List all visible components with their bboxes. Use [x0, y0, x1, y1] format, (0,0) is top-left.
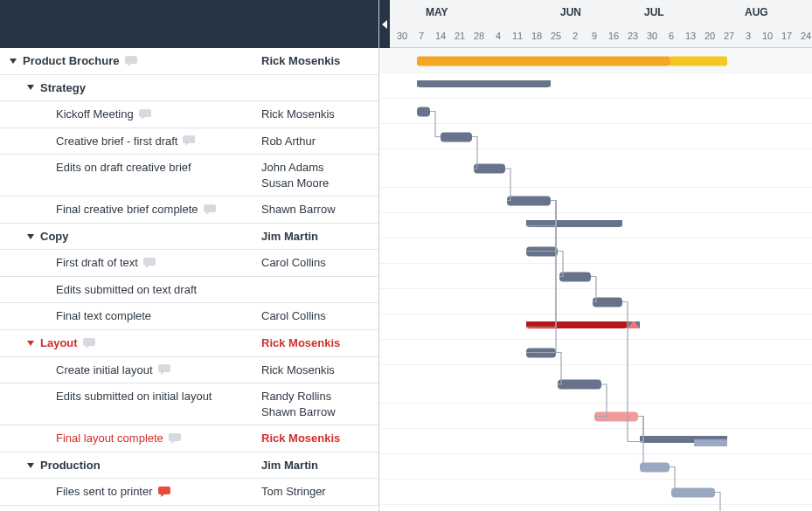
expand-icon[interactable] — [26, 340, 35, 347]
month-label: MAY — [426, 6, 448, 18]
task-row[interactable]: First draft of textCarol Collins — [0, 250, 378, 277]
chat-icon[interactable] — [143, 258, 156, 268]
gantt-summary-bar[interactable] — [417, 80, 551, 87]
task-name: Final text complete — [56, 308, 151, 324]
task-name: Final creative brief complete — [56, 202, 198, 218]
day-label: 17 — [781, 31, 792, 41]
task-cell[interactable]: Final layout complete — [0, 425, 261, 452]
gantt-row — [379, 429, 812, 454]
task-cell[interactable]: Files sent to printer — [0, 479, 261, 505]
task-name: Final layout complete — [56, 431, 163, 446]
task-cell[interactable]: Product Brochure — [0, 48, 261, 74]
header-responsible[interactable] — [261, 0, 378, 48]
timeline-header: MAYJUNJULAUG 307142128411182529162330613… — [379, 0, 812, 48]
chat-icon[interactable] — [83, 338, 95, 349]
day-label: 14 — [435, 31, 446, 41]
gantt-summary-bar[interactable] — [526, 321, 628, 328]
gantt-bar[interactable] — [594, 411, 638, 421]
chat-icon[interactable] — [169, 433, 181, 444]
chat-icon[interactable] — [125, 56, 137, 66]
month-label: JUN — [560, 6, 581, 18]
task-cell[interactable]: Creative brief - first draft — [0, 128, 261, 155]
collapse-panel-button[interactable] — [379, 0, 390, 48]
task-row[interactable]: Create initial layoutRick Mosenkis — [0, 357, 378, 384]
day-label: 7 — [419, 31, 424, 41]
task-cell[interactable]: Final creative brief complete — [0, 197, 261, 223]
task-row[interactable]: LayoutRick Mosenkis — [0, 330, 378, 357]
task-row[interactable]: Edits submitted on text draft — [0, 277, 378, 304]
chat-icon[interactable] — [139, 109, 151, 120]
gantt-bar[interactable] — [558, 380, 601, 390]
gantt-bar[interactable] — [671, 487, 715, 497]
day-label: 28 — [474, 31, 484, 41]
gantt-bar[interactable] — [526, 246, 558, 256]
gantt-bar[interactable] — [559, 272, 591, 281]
task-row[interactable]: Final text completeCarol Collins — [0, 303, 378, 330]
task-row[interactable]: Final layout completeRick Mosenkis — [0, 425, 378, 452]
gantt-bar[interactable] — [670, 56, 727, 66]
task-name: Copy — [40, 229, 69, 245]
expand-icon[interactable] — [9, 58, 17, 65]
month-label: AUG — [745, 6, 768, 18]
chat-icon[interactable] — [183, 135, 195, 146]
task-name: Edits submitted on text draft — [56, 282, 197, 298]
task-cell[interactable]: Edits submitted on text draft — [0, 277, 261, 303]
gantt-body[interactable] — [379, 48, 812, 511]
task-cell[interactable]: Create initial layout — [0, 357, 261, 383]
task-cell[interactable]: Production — [0, 452, 261, 479]
task-cell[interactable]: Strategy — [0, 75, 261, 101]
day-label: 27 — [724, 31, 734, 41]
gantt-bar[interactable] — [507, 196, 551, 205]
expand-icon[interactable] — [26, 84, 35, 91]
gantt-bar[interactable] — [526, 348, 556, 357]
gantt-bar[interactable] — [417, 107, 430, 116]
task-name: Edits on draft creative brief — [56, 160, 191, 176]
task-cell[interactable]: Copy — [0, 224, 261, 250]
gantt-bar[interactable] — [441, 132, 472, 142]
task-row[interactable]: Proofs received from printer[Pronto Prin… — [0, 506, 378, 511]
gantt-bar[interactable] — [474, 164, 505, 174]
task-cell[interactable]: Edits submitted on initial layout — [0, 383, 261, 410]
chat-icon[interactable] — [204, 204, 216, 215]
task-cell[interactable]: Final text complete — [0, 303, 261, 329]
task-row[interactable]: CopyJim Martin — [0, 224, 378, 251]
task-row[interactable]: Strategy — [0, 75, 378, 102]
responsible-cell: Rick Mosenkis — [261, 357, 378, 383]
header-task[interactable] — [0, 0, 261, 48]
task-row[interactable]: ProductionJim Martin — [0, 452, 378, 480]
task-row[interactable]: Kickoff MeetingRick Mosenkis — [0, 101, 378, 128]
task-row[interactable]: Product BrochureRick Mosenkis — [0, 48, 378, 75]
gantt-row — [379, 238, 812, 264]
task-row[interactable]: Edits on draft creative briefJohn AdamsS… — [0, 155, 378, 197]
responsible-cell: John AdamsSusan Moore — [261, 155, 378, 196]
responsible-cell: Rick Mosenkis — [261, 48, 378, 74]
responsible-cell: Carol Collins — [261, 250, 378, 276]
responsible-cell — [261, 277, 378, 287]
task-cell[interactable]: First draft of text — [0, 250, 261, 276]
day-label: 25 — [551, 31, 561, 41]
gantt-summary-bar — [628, 321, 640, 328]
gantt-summary-bar[interactable] — [526, 220, 622, 227]
task-name: Production — [40, 458, 101, 473]
task-cell[interactable]: Edits on draft creative brief — [0, 155, 261, 181]
task-cell[interactable]: Kickoff Meeting — [0, 101, 261, 128]
task-list-panel: Product BrochureRick MosenkisStrategyKic… — [0, 0, 379, 511]
expand-icon[interactable] — [26, 462, 35, 469]
gantt-bar[interactable] — [417, 56, 670, 66]
expand-icon[interactable] — [26, 233, 35, 240]
gantt-bar[interactable] — [593, 297, 622, 307]
task-cell[interactable]: Proofs received from printer — [0, 506, 261, 511]
task-row[interactable]: Creative brief - first draftRob Arthur — [0, 128, 378, 155]
task-row[interactable]: Final creative brief completeShawn Barro… — [0, 197, 378, 224]
responsible-cell: Rick Mosenkis — [261, 101, 378, 128]
day-label: 13 — [685, 31, 696, 41]
chat-icon[interactable] — [158, 487, 170, 497]
task-cell[interactable]: Layout — [0, 330, 261, 356]
responsible-cell: Rick Mosenkis — [261, 330, 378, 356]
responsible-cell: [Pronto Printer] — [261, 506, 378, 511]
gantt-bar[interactable] — [640, 462, 670, 472]
task-row[interactable]: Files sent to printerTom Stringer — [0, 479, 378, 506]
chat-icon[interactable] — [158, 364, 170, 375]
task-row[interactable]: Edits submitted on initial layoutRandy R… — [0, 383, 378, 425]
task-name: Layout — [40, 335, 78, 351]
